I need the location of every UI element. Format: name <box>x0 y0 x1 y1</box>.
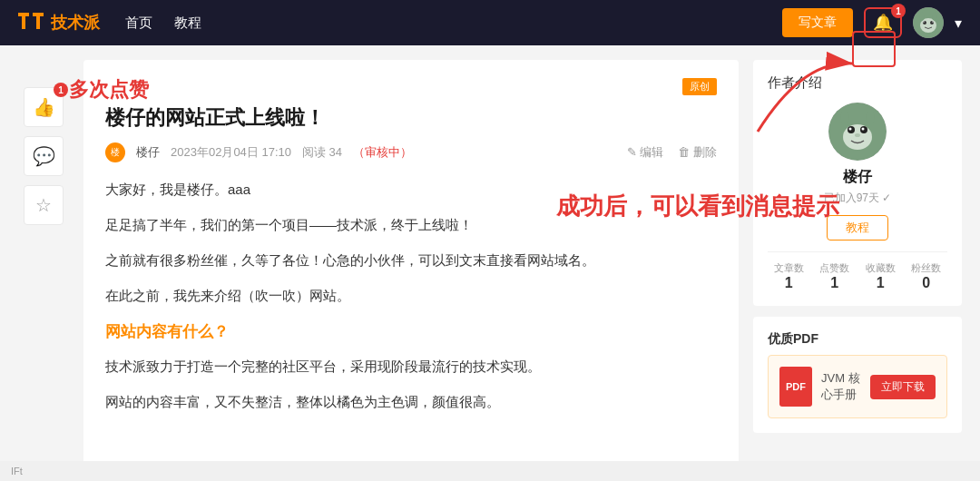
pdf-section-title: 优质PDF <box>768 331 947 348</box>
author-card: 作者介绍 <box>753 60 962 306</box>
stat-likes-value: 1 <box>814 275 857 291</box>
like-button[interactable]: 👍 1 <box>24 87 64 127</box>
favorite-button[interactable]: ☆ <box>24 185 64 225</box>
comment-icon: 💬 <box>33 145 55 167</box>
author-name-large: 楼仔 <box>768 168 947 187</box>
comment-button[interactable]: 💬 <box>24 136 64 176</box>
delete-button[interactable]: 🗑 删除 <box>678 144 717 161</box>
svg-rect-1 <box>22 16 25 29</box>
author-avatar-small: 楼 <box>105 142 125 162</box>
author-card-title: 作者介绍 <box>768 74 947 92</box>
nav-tutorial[interactable]: 教程 <box>167 11 209 35</box>
notification-count: 1 <box>891 4 906 18</box>
publish-date: 2023年02月04日 17:10 <box>171 144 291 161</box>
nav-home[interactable]: 首页 <box>118 11 160 35</box>
read-count: 阅读 34 <box>302 144 342 161</box>
svg-rect-2 <box>33 13 44 16</box>
pdf-section: 优质PDF PDF JVM 核心手册 立即下载 <box>753 317 962 433</box>
avatar-dropdown-icon[interactable]: ▾ <box>955 15 962 32</box>
article-para-2: 足足搞了半年，我们的第一个项目——技术派，终于上线啦！ <box>105 212 717 237</box>
write-article-button[interactable]: 写文章 <box>782 8 853 37</box>
author-join: 已加入97天 ✓ <box>768 191 947 206</box>
header: 技术派 首页 教程 写文章 🔔 1 <box>0 0 980 45</box>
svg-point-17 <box>840 109 849 125</box>
pdf-name: JVM 核心手册 <box>821 370 861 403</box>
like-count: 1 <box>54 83 68 97</box>
meta-actions: ✎ 编辑 🗑 删除 <box>627 144 717 161</box>
svg-point-18 <box>866 109 875 125</box>
svg-rect-0 <box>18 13 29 16</box>
author-name[interactable]: 楼仔 <box>136 144 160 161</box>
article-area: 原创 楼仔的网站正式上线啦！ 楼 楼仔 2023年02月04日 17:10 阅读… <box>83 60 739 466</box>
pdf-info: JVM 核心手册 <box>821 370 861 403</box>
stat-articles-label: 文章数 <box>768 261 810 275</box>
article-meta: 楼 楼仔 2023年02月04日 17:10 阅读 34 （审核中） ✎ 编辑 … <box>105 142 717 162</box>
bell-icon: 🔔 <box>873 13 893 33</box>
svg-point-19 <box>849 128 852 131</box>
stat-favorites: 收藏数 1 <box>859 261 902 291</box>
svg-point-11 <box>932 21 933 22</box>
main-nav: 首页 教程 <box>118 11 209 35</box>
right-sidebar: 作者介绍 <box>753 60 962 466</box>
stat-likes-label: 点赞数 <box>814 261 857 275</box>
article-para-3: 之前就有很多粉丝催，久等了各位！心急的小伙伴，可以到文末直接看网站域名。 <box>105 248 717 272</box>
svg-point-10 <box>923 21 924 22</box>
avatar-image <box>913 7 944 38</box>
logo[interactable]: 技术派 <box>18 12 100 34</box>
logo-text: 技术派 <box>51 12 100 34</box>
svg-point-8 <box>919 12 925 21</box>
author-avatar-image <box>828 103 887 161</box>
author-tag-button[interactable]: 教程 <box>827 215 888 240</box>
logo-icon <box>18 13 45 33</box>
star-icon: ☆ <box>35 194 52 216</box>
user-avatar[interactable] <box>913 7 944 38</box>
stat-favorites-label: 收藏数 <box>859 261 902 275</box>
like-icon: 👍 <box>33 96 55 118</box>
author-stats: 文章数 1 点赞数 1 收藏数 1 粉丝数 0 <box>768 251 947 291</box>
section-title: 网站内容有什么？ <box>105 319 717 347</box>
article-para-4: 在此之前，我先来介绍（吹一吹）网站。 <box>105 283 717 308</box>
bottom-bar: IFt <box>0 461 980 481</box>
pdf-card: PDF JVM 核心手册 立即下载 <box>768 355 947 418</box>
stat-fans-value: 0 <box>906 275 948 291</box>
pdf-icon: PDF <box>779 367 812 407</box>
edit-button[interactable]: ✎ 编辑 <box>627 144 664 161</box>
svg-point-9 <box>932 12 937 21</box>
stat-likes: 点赞数 1 <box>814 261 857 291</box>
main-container: 👍 1 💬 ☆ 原创 楼仔的网站正式上线啦！ 楼 楼仔 2023年02月04日 … <box>0 45 980 481</box>
bottom-text: IFt <box>11 466 23 476</box>
article-body: 大家好，我是楼仔。aaa 足足搞了半年，我们的第一个项目——技术派，终于上线啦！… <box>105 177 717 414</box>
article-para-1: 大家好，我是楼仔。aaa <box>105 177 717 201</box>
stat-fans-label: 粉丝数 <box>906 261 948 275</box>
svg-point-20 <box>862 128 865 131</box>
svg-rect-3 <box>36 16 40 29</box>
article-para-5: 技术派致力于打造一个完整的社区平台，采用现阶段最流行的技术实现。 <box>105 354 717 378</box>
left-sidebar: 👍 1 💬 ☆ <box>18 60 69 466</box>
header-right: 写文章 🔔 1 ▾ <box>782 7 962 38</box>
notification-bell[interactable]: 🔔 1 <box>864 7 902 38</box>
svg-point-21 <box>855 133 860 137</box>
pdf-download-button[interactable]: 立即下载 <box>870 375 936 399</box>
review-status: （审核中） <box>353 144 412 161</box>
article-title: 楼仔的网站正式上线啦！ <box>105 104 717 132</box>
author-avatar-large <box>828 103 887 161</box>
article-tag: 原创 <box>682 78 717 95</box>
stat-fans: 粉丝数 0 <box>906 261 948 291</box>
stat-articles-value: 1 <box>768 275 810 291</box>
stat-articles: 文章数 1 <box>768 261 810 291</box>
stat-favorites-value: 1 <box>859 275 902 291</box>
article-para-6: 网站的内容丰富，又不失整洁，整体以橘色为主色调，颜值很高。 <box>105 389 717 414</box>
